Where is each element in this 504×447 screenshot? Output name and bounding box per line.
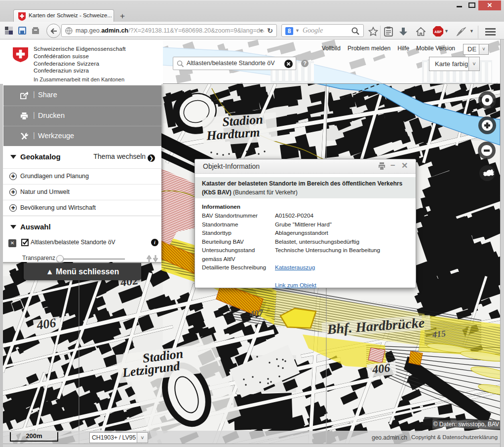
svg-text:407: 407 <box>249 308 264 319</box>
svg-text:406: 406 <box>35 316 57 333</box>
svg-text:415: 415 <box>431 329 446 340</box>
svg-text:406: 406 <box>371 361 391 376</box>
svg-text:ABP: ABP <box>434 30 442 34</box>
